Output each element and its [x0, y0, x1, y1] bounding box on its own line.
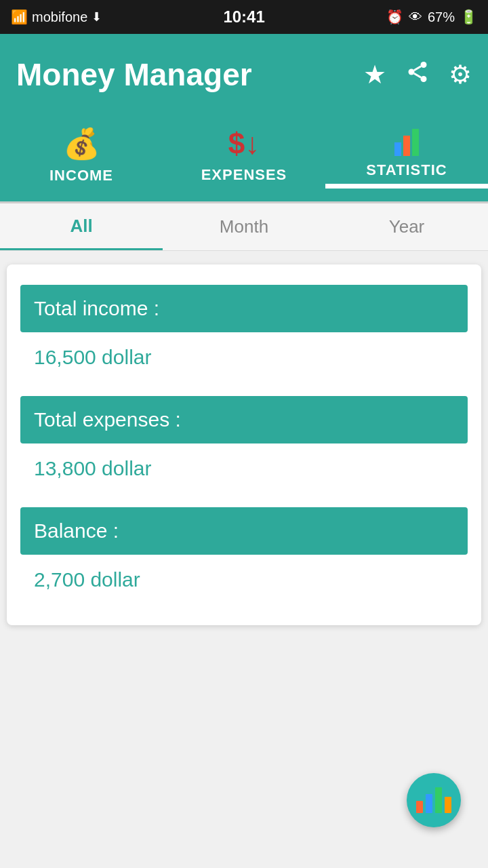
- app-header: Money Manager ★ ⚙: [0, 34, 488, 115]
- svg-point-2: [421, 76, 427, 82]
- status-carrier: 📶 mobifone ⬇: [11, 9, 102, 25]
- total-expenses-value: 13,800 dollar: [20, 443, 468, 494]
- header-actions: ★ ⚙: [363, 60, 472, 90]
- expenses-icon: $↓: [228, 127, 260, 161]
- sim-icon: ⬇: [92, 9, 102, 24]
- carrier-name: mobifone: [32, 9, 87, 25]
- total-income-value: 16,500 dollar: [20, 332, 468, 382]
- statistics-card: Total income : 16,500 dollar Total expen…: [7, 264, 481, 625]
- status-right: ⏰ 👁 67% 🔋: [386, 9, 477, 25]
- status-bar: 📶 mobifone ⬇ 10:41 ⏰ 👁 67% 🔋: [0, 0, 488, 34]
- main-tab-nav: 💰 INCOME $↓ EXPENSES STATISTIC: [0, 115, 488, 203]
- alarm-icon: ⏰: [386, 9, 403, 25]
- fab-icon: [416, 787, 451, 813]
- fab-button[interactable]: [407, 773, 461, 827]
- status-time: 10:41: [223, 7, 264, 26]
- tab-statistic-label: STATISTIC: [366, 161, 447, 179]
- filter-bar: All Month Year: [0, 203, 488, 251]
- battery-icon: 🔋: [460, 9, 477, 25]
- svg-point-1: [409, 69, 415, 75]
- total-expenses-label: Total expenses :: [20, 396, 468, 443]
- tab-statistic[interactable]: STATISTIC: [325, 129, 488, 189]
- svg-line-4: [414, 66, 421, 71]
- total-income-label: Total income :: [20, 285, 468, 332]
- share-icon[interactable]: [405, 60, 430, 90]
- statistic-chart-icon: [394, 129, 419, 156]
- svg-point-0: [421, 62, 427, 68]
- tab-income-label: INCOME: [49, 167, 113, 184]
- favorite-icon[interactable]: ★: [363, 60, 386, 90]
- filter-all[interactable]: All: [0, 203, 163, 250]
- svg-line-3: [414, 73, 421, 77]
- income-icon: 💰: [63, 126, 100, 161]
- battery-percent: 67%: [428, 9, 455, 25]
- eye-icon: 👁: [409, 9, 422, 25]
- settings-icon[interactable]: ⚙: [449, 60, 472, 90]
- tab-expenses-label: EXPENSES: [201, 166, 287, 184]
- tab-expenses[interactable]: $↓ EXPENSES: [163, 127, 325, 191]
- filter-year[interactable]: Year: [325, 203, 488, 250]
- filter-month[interactable]: Month: [163, 203, 325, 250]
- tab-income[interactable]: 💰 INCOME: [0, 126, 163, 191]
- app-title: Money Manager: [16, 56, 252, 93]
- balance-value: 2,700 dollar: [20, 555, 468, 605]
- balance-label: Balance :: [20, 507, 468, 555]
- signal-icon: 📶: [11, 9, 28, 25]
